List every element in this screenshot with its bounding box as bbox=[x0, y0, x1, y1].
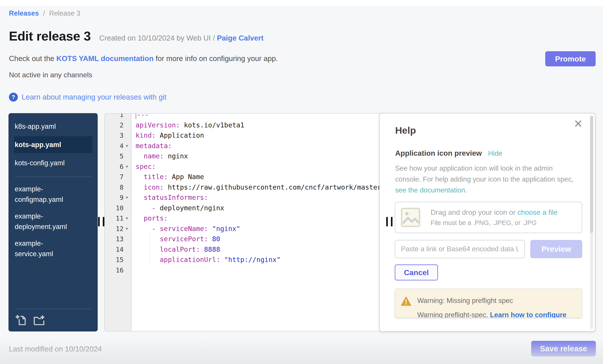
file-list-divider bbox=[15, 177, 92, 177]
git-releases-link[interactable]: Learn about managing your releases with … bbox=[22, 93, 166, 101]
last-modified-text: Last modified on 10/10/2024 bbox=[9, 345, 102, 353]
icon-dropzone[interactable]: Drag and drop your icon or choose a file… bbox=[395, 202, 582, 233]
fold-arrow-icon[interactable]: ▾ bbox=[124, 224, 130, 234]
scrollbar-thumb[interactable] bbox=[590, 116, 593, 233]
file-item-example-deployment.yaml[interactable]: example-deployment.yaml bbox=[9, 208, 98, 235]
line-number: 13 bbox=[116, 234, 124, 244]
preview-button[interactable]: Preview bbox=[530, 240, 582, 258]
warning-detail-text: Warning preflight-spec. bbox=[417, 311, 490, 318]
code-line-14[interactable]: 14 localPort: 8888 bbox=[105, 244, 382, 255]
description-text: See how your application icon will look … bbox=[395, 165, 574, 183]
top-strip bbox=[0, 0, 603, 6]
see-documentation-link[interactable]: see the documentation bbox=[395, 186, 465, 194]
breadcrumb-separator: / bbox=[43, 9, 45, 17]
breadcrumb-releases-link[interactable]: Releases bbox=[9, 9, 39, 17]
sidebar-actions bbox=[9, 314, 98, 326]
add-folder-icon[interactable] bbox=[33, 314, 45, 326]
line-number: 14 bbox=[116, 244, 124, 255]
code-line-11[interactable]: 11▾ ports: bbox=[105, 213, 382, 224]
line-number: 2 bbox=[120, 120, 124, 131]
line-number: 3 bbox=[120, 130, 124, 141]
breadcrumb-current: Release 3 bbox=[49, 9, 80, 17]
warning-detail: Warning preflight-spec. Learn how to con… bbox=[417, 311, 567, 318]
code-line-13[interactable]: 13 servicePort: 80 bbox=[105, 234, 382, 244]
code-line-5[interactable]: 5 name: nginx bbox=[105, 151, 382, 162]
help-panel-title: Help bbox=[395, 125, 416, 136]
text-cursor bbox=[136, 113, 136, 119]
release-editor-page: Releases / Release 3 Edit release 3 Crea… bbox=[0, 0, 603, 364]
fold-arrow-icon[interactable]: ▾ bbox=[124, 192, 130, 203]
line-number: 6 bbox=[120, 162, 124, 172]
line-number: 9 bbox=[120, 192, 124, 203]
title-row: Edit release 3 Created on 10/10/2024 by … bbox=[9, 29, 264, 44]
warning-title: Warning: Missing preflight spec bbox=[417, 297, 513, 305]
dropzone-text: Drag and drop your icon or choose a file bbox=[431, 208, 557, 217]
code-line-9[interactable]: 9▾ statusInformers: bbox=[105, 192, 382, 203]
line-number: 15 bbox=[116, 255, 124, 265]
line-number: 8 bbox=[120, 182, 124, 193]
file-item-kots-app.yaml[interactable]: kots-app.yaml bbox=[14, 136, 92, 153]
sidebar-bottom bbox=[9, 309, 98, 331]
dropzone-hint: File must be a .PNG, .JPEG, or .JPG bbox=[431, 219, 557, 227]
file-list-primary: k8s-app.yamlkots-app.yamlkots-config.yam… bbox=[9, 113, 98, 171]
author-link[interactable]: Paige Calvert bbox=[217, 34, 264, 42]
git-help-row: ? Learn about managing your releases wit… bbox=[9, 93, 166, 102]
save-release-button[interactable]: Save release bbox=[531, 341, 596, 356]
code-lines: 1---2apiVersion: kots.io/v1beta13kind: A… bbox=[105, 113, 382, 275]
fold-arrow-icon[interactable]: ▾ bbox=[124, 162, 130, 172]
learn-how-to-configure-link[interactable]: Learn how to configure bbox=[490, 311, 567, 318]
line-number: 12 bbox=[116, 224, 124, 234]
line-number: 4 bbox=[120, 141, 124, 151]
channel-status: Not active in any channels bbox=[9, 71, 92, 79]
file-item-kots-config.yaml[interactable]: kots-config.yaml bbox=[9, 154, 98, 171]
fold-arrow-icon[interactable]: ▾ bbox=[124, 213, 130, 224]
indent-guide bbox=[150, 232, 150, 264]
yaml-editor[interactable]: 1---2apiVersion: kots.io/v1beta13kind: A… bbox=[104, 113, 382, 331]
choose-file-link[interactable]: choose a file bbox=[518, 208, 558, 216]
hide-link[interactable]: Hide bbox=[488, 149, 502, 157]
code-line-7[interactable]: 7 title: App Name bbox=[105, 172, 382, 182]
pane-resize-handle-left[interactable] bbox=[98, 217, 104, 226]
docs-line: Check out the KOTS YAML documentation fo… bbox=[9, 54, 278, 63]
code-line-6[interactable]: 6▾spec: bbox=[105, 162, 382, 172]
icon-url-input[interactable] bbox=[395, 240, 525, 258]
line-number: 16 bbox=[116, 265, 124, 276]
close-icon[interactable]: ✕ bbox=[574, 118, 583, 129]
icon-preview-title: Application icon preview bbox=[395, 149, 482, 157]
breadcrumb: Releases / Release 3 bbox=[9, 9, 80, 17]
code-line-10[interactable]: 10 - deployment/nginx bbox=[105, 203, 382, 213]
file-list-secondary: example-configmap.yamlexample-deployment… bbox=[9, 179, 98, 262]
file-item-example-service.yaml[interactable]: example-service.yaml bbox=[9, 235, 98, 262]
icon-url-row: Preview bbox=[395, 240, 582, 258]
code-line-2[interactable]: 2apiVersion: kots.io/v1beta1 bbox=[105, 120, 382, 131]
image-placeholder-icon bbox=[400, 207, 421, 228]
code-line-3[interactable]: 3kind: Application bbox=[105, 130, 382, 141]
description-period: . bbox=[465, 186, 467, 194]
promote-button[interactable]: Promote bbox=[545, 51, 596, 66]
line-number: 7 bbox=[120, 172, 124, 182]
code-line-12[interactable]: 12▾ - serviceName: "nginx" bbox=[105, 224, 382, 234]
created-info: Created on 10/10/2024 by Web UI / Paige … bbox=[99, 34, 264, 42]
docs-prefix: Check out the bbox=[9, 54, 57, 63]
page-title: Edit release 3 bbox=[9, 29, 91, 44]
preflight-warning-box: Warning: Missing preflight spec Warning … bbox=[395, 288, 582, 318]
cancel-button[interactable]: Cancel bbox=[395, 265, 438, 280]
dropzone-text-block: Drag and drop your icon or choose a file… bbox=[431, 208, 557, 227]
code-line-15[interactable]: 15 applicationUrl: "http://nginx" bbox=[105, 255, 382, 265]
file-item-k8s-app.yaml[interactable]: k8s-app.yaml bbox=[9, 118, 98, 135]
help-panel: ✕ Help Application icon preview Hide See… bbox=[379, 113, 595, 332]
warning-triangle-icon bbox=[401, 296, 411, 306]
icon-preview-section-header: Application icon preview Hide bbox=[395, 149, 502, 157]
code-line-16[interactable]: 16 bbox=[105, 265, 382, 276]
code-line-4[interactable]: 4▾metadata: bbox=[105, 141, 382, 151]
code-line-1[interactable]: 1--- bbox=[105, 113, 382, 120]
question-mark-icon: ? bbox=[9, 93, 18, 102]
help-panel-scrollbar[interactable] bbox=[590, 116, 593, 329]
fold-arrow-icon[interactable]: ▾ bbox=[124, 141, 130, 151]
file-item-example-configmap.yaml[interactable]: example-configmap.yaml bbox=[9, 181, 98, 208]
pane-resize-handle-right[interactable] bbox=[386, 217, 393, 226]
code-line-8[interactable]: 8 icon: https://raw.githubusercontent.co… bbox=[105, 182, 382, 193]
sidebar-bottom-divider bbox=[15, 309, 92, 309]
add-file-icon[interactable] bbox=[15, 314, 27, 326]
kots-yaml-docs-link[interactable]: KOTS YAML documentation bbox=[57, 54, 154, 63]
